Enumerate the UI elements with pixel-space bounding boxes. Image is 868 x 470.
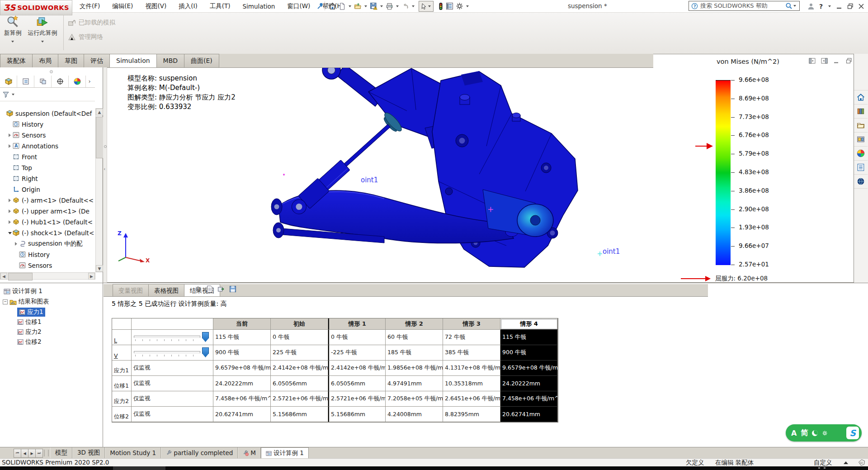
file-explorer-icon[interactable] [854,119,868,133]
ime-mode-en[interactable]: A [791,429,797,437]
collapse-icon[interactable]: − [3,299,8,304]
value-cell-r1-c3[interactable]: 185 牛顿 [386,345,443,361]
value-cell-r5-c3[interactable]: 4.24008mm [386,407,443,422]
tree-tab-overflow-icon[interactable]: › [86,78,93,85]
view-palette-icon[interactable] [854,133,868,147]
doc-tab-0[interactable]: 模型 [50,447,72,458]
study-settings-gear-icon[interactable] [194,285,202,293]
value-cell-r3-c1[interactable]: 6.05056mm [271,376,328,391]
print-icon[interactable] [385,1,394,11]
viewport-restore-icon[interactable] [845,57,853,64]
open-icon[interactable] [354,1,362,11]
expander-icon[interactable] [7,220,12,224]
value-cell-r2-c5[interactable]: 9.6579e+08 牛顿/m^2 [500,361,558,376]
column-header-2[interactable]: 情形 1 [328,318,386,330]
dock-left-icon[interactable] [808,57,816,64]
ime-sogou-logo[interactable]: S [846,427,859,439]
last-tab-icon[interactable]: ⏭ [35,449,43,458]
result-item-3[interactable]: 位移2 [17,337,42,347]
save-icon[interactable] [369,1,378,11]
column-header-4[interactable]: 情形 3 [443,318,500,330]
row-label-3[interactable]: 位移1 [112,376,132,391]
value-cell-r0-c4[interactable]: 72 牛顿 [443,330,500,345]
panel-grip[interactable] [0,67,103,75]
result-item-0[interactable]: 应力1 [17,308,45,317]
prev-tab-icon[interactable]: ◀ [21,449,28,458]
value-cell-r4-c3[interactable]: 7.2058e+05 牛顿/m^2 [386,391,443,407]
value-cell-r2-c3[interactable]: 1.9856e+08 牛顿/m^2 [386,361,443,376]
tree-horizontal-scrollbar[interactable]: ◀ ▶ [0,272,95,280]
value-cell-r3-c5[interactable]: 24.20222mm [500,376,558,391]
settings-dropdown-icon[interactable] [466,5,469,7]
tree-item-0[interactable]: suspension (Default<Def [0,108,95,119]
doc-tab-4[interactable]: M [238,447,261,458]
close-button[interactable] [858,3,864,9]
study-save-icon[interactable] [229,285,236,293]
study-export-icon[interactable] [217,285,225,293]
expander-icon[interactable] [7,133,12,137]
value-cell-r0-c2[interactable]: 0 牛顿 [328,330,386,345]
tree-item-1[interactable]: History [0,119,95,130]
tree-item-11[interactable]: (-) shock<1> (Default< [0,228,95,238]
new-dropdown-icon[interactable] [349,5,351,7]
value-cell-r5-c5[interactable]: 20.62741mm [500,407,558,422]
first-tab-icon[interactable]: ⏮ [14,449,21,458]
tree-vertical-scrollbar[interactable]: ▲ ▼ [95,108,103,272]
tab-feature-tree[interactable] [0,76,17,87]
suspension-model[interactable] [235,56,714,282]
tree-item-7[interactable]: Origin [0,184,95,195]
value-cell-r1-c2[interactable]: -225 牛顿 [328,345,386,361]
help-menu[interactable]: ? [819,3,823,10]
column-header-1[interactable]: 初始 [271,318,328,330]
search-box[interactable]: ? 搜索 SOLIDWORKS 帮助 [689,1,800,11]
expander-icon[interactable] [7,199,12,202]
value-cell-r0-c1[interactable]: 0 牛顿 [271,330,328,345]
ime-gear-icon[interactable] [822,430,828,436]
tree-item-4[interactable]: Front [0,152,95,162]
restore-button[interactable] [847,3,854,9]
design-library-icon[interactable] [854,104,868,119]
command-tab-1[interactable]: 布局 [32,54,58,67]
row-label-2[interactable]: 应力1 [112,361,132,376]
value-cell-r4-c4[interactable]: 2.6451e+06 牛顿/m^2 [443,391,500,407]
row-label-5[interactable]: 位移2 [112,407,132,422]
custom-properties-icon[interactable] [854,161,868,175]
options-list-icon[interactable] [445,1,454,11]
menu-item-6[interactable]: 窗口(W) [287,2,310,10]
select-dropdown-icon[interactable] [428,5,431,7]
run-study-button[interactable]: 运行此算例 [25,15,60,51]
tree-item-9[interactable]: (-) upper arm<1> (De [0,206,95,217]
value-cell-r5-c0[interactable]: 20.62741mm [213,407,271,422]
value-cell-r4-c5[interactable]: 7.458e+06 牛顿/m^2 [500,391,558,407]
ime-toolbar[interactable]: A 简 S [786,424,862,442]
tab-configuration-manager[interactable] [34,76,52,87]
next-tab-icon[interactable]: ▶ [28,449,36,458]
result-item-1[interactable]: 位移1 [17,318,42,327]
tab-bar-grip[interactable] [44,450,49,456]
pin-icon[interactable] [316,2,324,9]
menu-item-5[interactable]: Simulation [242,3,275,10]
command-tab-4[interactable]: Simulation [109,54,157,67]
print-dropdown-icon[interactable] [396,5,399,7]
tree-item-3[interactable]: AAnnotations [0,141,95,152]
study-report-icon[interactable] [206,285,213,293]
value-cell-r2-c4[interactable]: 4.1317e+08 牛顿/m^2 [443,361,500,376]
help-dropdown-icon[interactable] [828,5,831,7]
home-icon[interactable] [328,1,337,11]
expander-icon[interactable] [7,209,12,213]
value-cell-r5-c4[interactable]: 8.82395mm [443,407,500,422]
slider-thumb-icon[interactable] [202,347,209,357]
parameter-slider[interactable] [132,345,213,360]
value-cell-r4-c1[interactable]: 2.5721e+06 牛顿/m^2 [271,391,328,407]
command-tab-2[interactable]: 草图 [58,54,84,67]
traffic-light-icon[interactable] [438,1,444,11]
value-cell-r3-c0[interactable]: 24.20222mm [213,376,271,391]
status-expand-icon[interactable] [844,461,848,464]
command-tab-6[interactable]: 曲面(E) [184,54,219,67]
slider-cell-0[interactable] [132,330,213,345]
results-folder-item[interactable]: − 结果和图表 [3,297,49,306]
value-cell-r5-c1[interactable]: 5.15686mm [271,407,328,422]
run-study-dropdown-icon[interactable] [41,41,44,43]
settings-gear-icon[interactable] [455,1,464,11]
appearances-icon[interactable] [854,147,868,161]
